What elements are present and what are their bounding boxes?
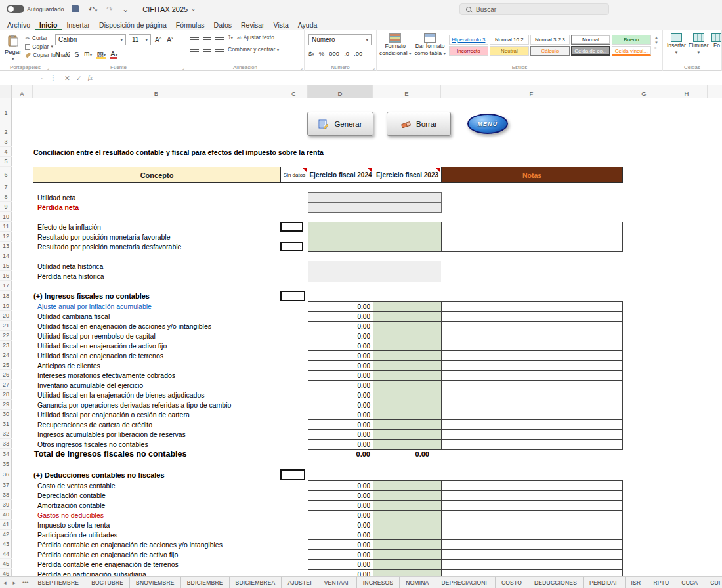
sheet-tab-bseptiembre[interactable]: BSEPTIEMBRE <box>32 577 86 588</box>
bold-button[interactable]: N <box>55 51 60 58</box>
row-header-7[interactable]: 7 <box>0 182 12 192</box>
cell-D29[interactable]: 0.00 <box>308 400 373 410</box>
formula-input[interactable] <box>98 71 722 85</box>
sheet-tab-cufin[interactable]: CUFIN <box>704 577 722 588</box>
merge-center-button[interactable]: Combinar y centrar ▾ <box>228 46 279 52</box>
cell-F31[interactable] <box>441 419 623 430</box>
cell-E25[interactable] <box>373 360 442 371</box>
cell-C36[interactable] <box>280 469 305 480</box>
cell-B12[interactable]: Resultado por posición monetaria favorab… <box>33 232 308 242</box>
menu-tab-datos[interactable]: Datos <box>209 18 236 30</box>
cell-E29[interactable] <box>373 400 442 410</box>
cell-F40[interactable] <box>441 510 623 520</box>
paste-button[interactable]: Pegar ▾ <box>3 33 23 63</box>
comma-style-button[interactable]: 000 <box>329 50 339 57</box>
cell-E45[interactable] <box>373 559 442 570</box>
sheet-tab-bdiciembrea[interactable]: BDICIEMBREA <box>230 577 282 588</box>
fill-color-button[interactable]: ▨▾ <box>96 51 106 58</box>
cell-B41[interactable]: Impuesto sobre la renta <box>33 520 308 530</box>
cell-F19[interactable] <box>441 301 623 312</box>
clear-button[interactable]: Borrar <box>387 112 451 136</box>
cell-B37[interactable]: Costo de ventas contable <box>33 480 308 490</box>
cell-F38[interactable] <box>441 490 623 501</box>
sheet-tab-cuca[interactable]: CUCA <box>675 577 704 588</box>
sheet-tab-bdiciembre[interactable]: BDICIEMBRE <box>181 577 230 588</box>
column-header-A[interactable]: A <box>12 85 33 98</box>
cell-B20[interactable]: Utilidad cambiaria fiscal <box>33 311 308 321</box>
dialog-launcher-icon[interactable]: ⌟ <box>47 65 49 70</box>
row-header-26[interactable]: 26 <box>0 370 12 380</box>
row-header-37[interactable]: 37 <box>0 480 12 490</box>
column-header-G[interactable]: G <box>622 85 666 98</box>
sheet-tab-isr[interactable]: ISR <box>626 577 648 588</box>
cell-F25[interactable] <box>441 360 623 371</box>
cell-F24[interactable] <box>441 350 623 361</box>
cell-F23[interactable] <box>441 341 623 351</box>
cell-B29[interactable]: Ganancia por operaciones derivadas refer… <box>33 400 308 410</box>
row-header-20[interactable]: 20 <box>0 311 12 321</box>
wrap-text-button[interactable]: ab Ajustar texto <box>237 34 274 41</box>
cell-D43[interactable]: 0.00 <box>308 539 373 550</box>
cell-B45[interactable]: Pérdida contable ene enajenación de terr… <box>33 559 308 569</box>
cell-style-chip[interactable]: Neutral <box>490 46 529 56</box>
cell-E11[interactable] <box>373 222 442 232</box>
header-ejercicio-2023[interactable]: Ejercicio fiscal 2023 <box>373 167 442 183</box>
cell-D40[interactable]: 0.00 <box>308 510 373 520</box>
column-header-C[interactable]: C <box>280 85 308 98</box>
cell-style-chip[interactable]: Normal 3 2 3 <box>530 35 570 45</box>
cell-E33[interactable] <box>373 439 442 450</box>
cell-F32[interactable] <box>441 429 623 440</box>
cell-E42[interactable] <box>373 530 442 540</box>
cell-B28[interactable]: Utilidad fiscal en la enajenación de bie… <box>33 390 308 400</box>
name-box[interactable]: ⌄ <box>0 71 47 85</box>
cell-style-chip[interactable]: Celda vincul... <box>612 46 651 56</box>
cell-style-chip[interactable]: Incorrecto <box>449 46 488 56</box>
cell-E38[interactable] <box>373 490 442 501</box>
cell-D46[interactable]: 0.00 <box>308 569 373 576</box>
sheet-tab-ajustei[interactable]: AJUSTEI <box>282 577 318 588</box>
header-sin-datos[interactable]: Sin datos <box>280 167 308 183</box>
column-header-D[interactable]: D <box>308 85 373 98</box>
cell-E22[interactable] <box>373 331 442 341</box>
row-header-41[interactable]: 41 <box>0 520 12 530</box>
cell-B40[interactable]: Gastos no deducibles <box>33 510 308 520</box>
borders-button[interactable]: ⊞▾ <box>84 50 93 58</box>
cell-B31[interactable]: Recuperaciones de cartera de crédito <box>33 419 308 429</box>
row-header-36[interactable]: 36 <box>0 469 12 480</box>
cell-F46[interactable] <box>441 569 623 576</box>
dialog-launcher-icon[interactable]: ⌟ <box>373 65 375 70</box>
orientation-button[interactable]: ⤴▾ <box>228 34 233 41</box>
cell-F12[interactable] <box>441 232 623 242</box>
sheet-tab-nomina[interactable]: NOMINA <box>400 577 435 588</box>
cell-C11[interactable] <box>280 222 303 232</box>
cell-D15[interactable] <box>308 261 441 272</box>
shrink-font-button[interactable]: A˅ <box>165 36 175 43</box>
cell-B21[interactable]: Utilidad fiscal en enajenación de accion… <box>33 321 308 331</box>
cell-B30[interactable]: Utilidad fiscal por enajenación o cesión… <box>33 410 308 419</box>
cell-E34[interactable]: 0.00 <box>373 449 442 459</box>
row-header-1[interactable]: 1 <box>0 98 12 127</box>
gallery-more-icon[interactable]: ≡ <box>654 46 658 50</box>
cell-E30[interactable] <box>373 410 442 420</box>
header-notas[interactable]: Notas <box>441 167 623 183</box>
align-left-icon[interactable] <box>190 47 199 52</box>
cell-F20[interactable] <box>441 311 623 322</box>
cell-F44[interactable] <box>441 549 623 560</box>
row-header-45[interactable]: 45 <box>0 559 12 569</box>
row-header-14[interactable]: 14 <box>0 251 12 261</box>
confirm-entry-icon[interactable]: ✓ <box>76 74 82 82</box>
cell-F22[interactable] <box>441 331 623 341</box>
cell-F42[interactable] <box>441 530 623 540</box>
align-bottom-icon[interactable] <box>215 35 224 41</box>
row-header-17[interactable]: 17 <box>0 281 12 291</box>
dialog-launcher-icon[interactable]: ⌟ <box>301 65 303 70</box>
cell-B4[interactable]: Conciliación entre el resultado contable… <box>33 147 308 157</box>
cell-style-chip[interactable]: Cálculo <box>530 46 570 56</box>
cell-D16[interactable] <box>308 271 441 282</box>
cell-E23[interactable] <box>373 341 442 351</box>
select-all-corner[interactable] <box>0 85 12 98</box>
header-ejercicio-2024[interactable]: Ejercicio fiscal 2024 <box>308 167 373 183</box>
gallery-up-icon[interactable]: ▲ <box>654 35 658 39</box>
row-header-21[interactable]: 21 <box>0 321 12 331</box>
more-sheets-icon[interactable]: ••• <box>19 577 32 588</box>
